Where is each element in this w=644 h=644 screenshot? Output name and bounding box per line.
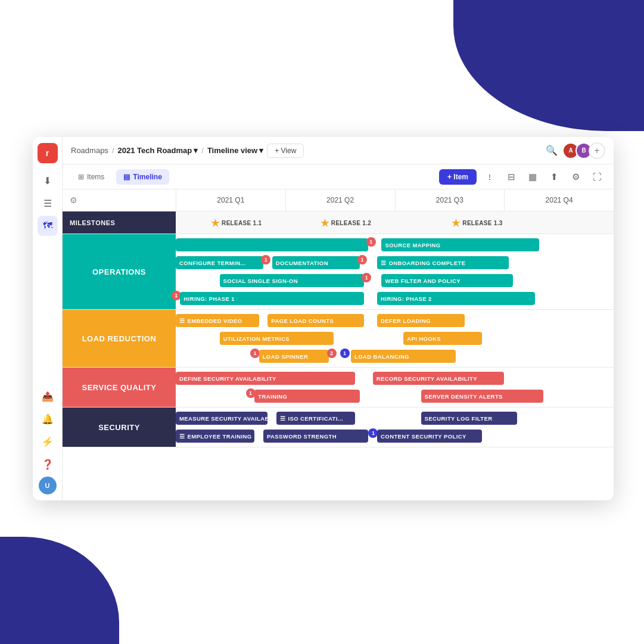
sidebar-user-avatar[interactable]: U bbox=[39, 477, 57, 494]
star-icon-2: ★ bbox=[321, 217, 329, 228]
load-reduction-label: LOAD REDUCTION bbox=[63, 310, 176, 367]
ops-bar-configure[interactable]: CONFIGURE TERMIN... bbox=[176, 256, 263, 269]
bar-row: 1 SOURCE MAPPING bbox=[176, 237, 614, 253]
toolbar: ⊞ Items ▤ Timeline + Item ⫶ ⊟ ▦ ⬆ ⚙ ⛶ bbox=[63, 164, 614, 189]
ops-bar-hiring1[interactable]: HIRING: PHASE 1 bbox=[180, 292, 364, 305]
bar-row: SOCIAL SINGLE SIGN-ON 1 WEB FILTER AND P… bbox=[176, 273, 614, 288]
filter-icon[interactable]: ⫶ bbox=[481, 169, 498, 185]
star-icon-3: ★ bbox=[452, 217, 460, 228]
lr-bar-defer[interactable]: DEFER LOADING bbox=[377, 314, 465, 327]
service-quality-rows: DEFINE SECURITY AVAILABILITY RECORD SECU… bbox=[176, 368, 614, 407]
sidebar-icon-roadmap[interactable]: 🗺 bbox=[38, 216, 58, 236]
view-icon[interactable]: ▦ bbox=[524, 169, 541, 185]
group-service-quality: SERVICE QUALITY DEFINE SECURITY AVAILABI… bbox=[63, 368, 614, 407]
header: Roadmaps / 2021 Tech Roadmap ▾ / Timelin… bbox=[63, 137, 614, 164]
row-label-header: ⚙ bbox=[63, 189, 176, 211]
sidebar-icon-bell[interactable]: 🔔 bbox=[38, 409, 58, 429]
sec-bar-employee[interactable]: ☰ EMPLOYEE TRAINING bbox=[176, 430, 254, 443]
operations-rows: 1 SOURCE MAPPING CONFIGURE TERMIN... 1 D… bbox=[176, 234, 614, 309]
sq-bar-record[interactable]: RECORD SECURITY AVAILABILITY bbox=[373, 372, 505, 385]
lr-bar-video[interactable]: ☰ EMBEDDED VIDEO bbox=[176, 314, 259, 327]
settings-icon[interactable]: ⚙ bbox=[567, 169, 584, 185]
milestones-label: MILESTONES bbox=[63, 211, 176, 234]
sidebar-icon-bolt[interactable]: ⚡ bbox=[38, 431, 58, 452]
timeline-icon: ▤ bbox=[123, 173, 130, 181]
timeline-area: ⚙ 2021 Q1 2021 Q2 2021 Q3 2021 Q4 MILEST… bbox=[63, 189, 614, 500]
breadcrumb-view[interactable]: Timeline view ▾ bbox=[207, 146, 263, 155]
ops-bar-sso[interactable]: SOCIAL SINGLE SIGN-ON bbox=[220, 274, 365, 287]
tab-items[interactable]: ⊞ Items bbox=[71, 169, 111, 185]
breadcrumb: Roadmaps / 2021 Tech Roadmap ▾ / Timelin… bbox=[71, 146, 263, 155]
milestone-2[interactable]: ★ RELEASE 1.2 bbox=[321, 217, 372, 228]
ops-badge-5: 1 bbox=[172, 291, 181, 300]
settings-small-icon[interactable]: ⚙ bbox=[70, 195, 77, 205]
breadcrumb-current[interactable]: 2021 Tech Roadmap ▾ bbox=[118, 146, 198, 155]
ops-bar-1[interactable] bbox=[176, 238, 368, 251]
bg-decoration-top-right bbox=[453, 0, 644, 131]
sec-bar-iso[interactable]: ☰ ISO CERTIFICATI... bbox=[276, 412, 355, 425]
add-avatar-button[interactable]: + bbox=[589, 142, 605, 159]
bar-row: CONFIGURE TERMIN... 1 DOCUMENTATION 1 ☰O… bbox=[176, 255, 614, 270]
q3-header: 2021 Q3 bbox=[395, 189, 505, 211]
sidebar-icon-help[interactable]: ❓ bbox=[38, 454, 58, 474]
bar-icon: ☰ bbox=[179, 433, 185, 440]
bar-row: ☰ EMPLOYEE TRAINING PASSWORD STRENGTH 1 … bbox=[176, 428, 614, 444]
ops-bar-webfilter[interactable]: WEB FILTER AND POLICY bbox=[381, 274, 513, 287]
sidebar-bottom: 📤 🔔 ⚡ ❓ U bbox=[38, 386, 58, 494]
avatar-group: A B + bbox=[562, 142, 605, 159]
sidebar-icon-download[interactable]: ⬇ bbox=[38, 170, 58, 191]
lr-bar-api[interactable]: API HOOKS bbox=[403, 332, 482, 345]
service-quality-label: SERVICE QUALITY bbox=[63, 368, 176, 407]
sidebar-icon-list[interactable]: ☰ bbox=[38, 193, 58, 213]
breadcrumb-sep1: / bbox=[112, 146, 114, 155]
bar-row: 1 LOAD SPINNER 2 1 LOAD BALANCING bbox=[176, 349, 614, 364]
bar-row: MEASURE SECURITY AVAILABI... ☰ ISO CERTI… bbox=[176, 410, 614, 426]
ops-bar-hiring2[interactable]: HIRING: PHASE 2 bbox=[377, 292, 535, 305]
q1-header: 2021 Q1 bbox=[176, 189, 285, 211]
lr-bar-balancing[interactable]: LOAD BALANCING bbox=[351, 350, 456, 363]
sec-bar-password[interactable]: PASSWORD STRENGTH bbox=[263, 430, 368, 443]
ops-bar-onboard[interactable]: ☰ONBOARDING COMPLETE bbox=[377, 256, 509, 269]
group-icon[interactable]: ⊟ bbox=[503, 169, 519, 185]
breadcrumb-root[interactable]: Roadmaps bbox=[71, 146, 108, 155]
lr-bar-utilization[interactable]: UTILIZATION METRICS bbox=[220, 332, 334, 345]
add-view-button[interactable]: + View bbox=[267, 144, 304, 158]
operations-label: OPERATIONS bbox=[63, 234, 176, 309]
q4-header: 2021 Q4 bbox=[504, 189, 614, 211]
add-item-button[interactable]: + Item bbox=[439, 169, 477, 185]
sec-bar-measure[interactable]: MEASURE SECURITY AVAILABI... bbox=[176, 412, 267, 425]
dropdown-icon2: ▾ bbox=[259, 146, 263, 155]
bar-row: 1 HIRING: PHASE 1 HIRING: PHASE 2 bbox=[176, 291, 614, 306]
tab-timeline[interactable]: ▤ Timeline bbox=[116, 169, 169, 185]
sec-bar-csp[interactable]: CONTENT SECURITY POLICY bbox=[377, 430, 482, 443]
milestone-content: ★ RELEASE 1.1 ★ RELEASE 1.2 ★ RELEASE 1.… bbox=[176, 211, 614, 234]
ops-bar-docs[interactable]: DOCUMENTATION bbox=[272, 256, 360, 269]
export-icon[interactable]: ⬆ bbox=[546, 169, 562, 185]
lr-bar-pageload[interactable]: PAGE LOAD COUNTS bbox=[267, 314, 364, 327]
milestone-1[interactable]: ★ RELEASE 1.1 bbox=[211, 217, 262, 228]
sq-badge-1: 1 bbox=[246, 388, 256, 398]
ops-bar-source[interactable]: SOURCE MAPPING bbox=[381, 238, 539, 251]
group-operations: OPERATIONS 1 SOURCE MAPPING CONFIGURE TE… bbox=[63, 234, 614, 310]
milestone-3[interactable]: ★ RELEASE 1.3 bbox=[452, 217, 503, 228]
bar-icon: ☰ bbox=[280, 415, 285, 422]
milestone-2-label: RELEASE 1.2 bbox=[331, 219, 371, 226]
lr-bar-spinner[interactable]: LOAD SPINNER bbox=[259, 350, 329, 363]
sec-bar-log[interactable]: SECURITY LOG FILTER bbox=[421, 412, 518, 425]
sq-bar-define[interactable]: DEFINE SECURITY AVAILABILITY bbox=[176, 372, 355, 385]
fullscreen-icon[interactable]: ⛶ bbox=[589, 169, 605, 185]
quarter-header: ⚙ 2021 Q1 2021 Q2 2021 Q3 2021 Q4 bbox=[63, 189, 614, 211]
sidebar-icon-upload[interactable]: 📤 bbox=[38, 386, 58, 406]
dropdown-icon: ▾ bbox=[194, 146, 198, 155]
sq-bar-training[interactable]: TRAINING bbox=[254, 390, 359, 403]
search-icon[interactable]: 🔍 bbox=[546, 145, 558, 156]
bg-decoration-bottom-left bbox=[0, 537, 119, 644]
ops-badge-2: 1 bbox=[261, 255, 270, 265]
breadcrumb-sep2: / bbox=[201, 146, 204, 155]
security-label: SECURITY bbox=[63, 407, 176, 447]
ops-badge-4: 1 bbox=[362, 273, 371, 282]
grid-icon: ⊞ bbox=[78, 173, 84, 181]
sq-bar-server[interactable]: SERVER DENSITY ALERTS bbox=[421, 390, 544, 403]
group-load-reduction: LOAD REDUCTION ☰ EMBEDDED VIDEO PAGE LOA… bbox=[63, 310, 614, 368]
ops-badge-1: 1 bbox=[366, 237, 376, 247]
